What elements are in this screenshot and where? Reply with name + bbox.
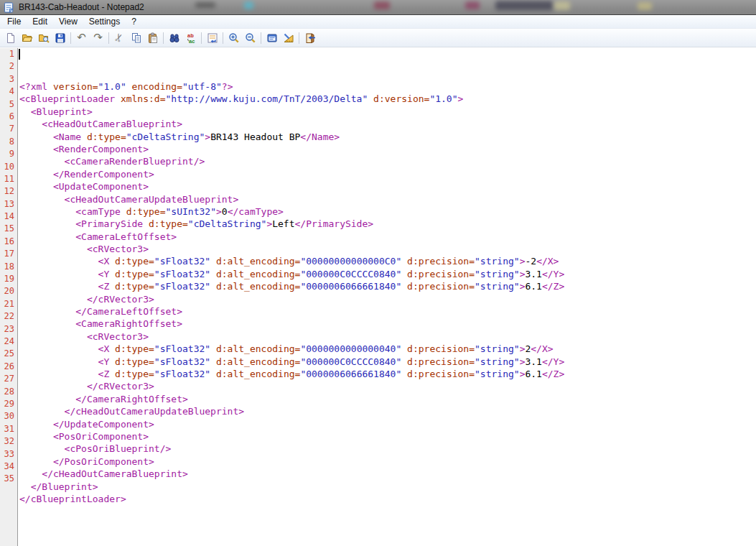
new-file-button[interactable]	[2, 30, 19, 46]
code-line-23[interactable]: <Y d:type="sFloat32" d:alt_encoding="000…	[19, 356, 756, 368]
undo-button[interactable]: ↶	[73, 30, 90, 46]
line-number[interactable]: 29	[0, 398, 14, 410]
line-number[interactable]: 5	[0, 98, 14, 111]
menubar: File Edit View Settings ?	[0, 15, 756, 29]
line-number[interactable]: 1	[0, 48, 14, 60]
code-line-7[interactable]: <cCameraRenderBlueprint/>	[19, 155, 756, 167]
code-line-3[interactable]: <Blueprint>	[19, 106, 756, 118]
line-number[interactable]: 11	[0, 173, 14, 185]
code-line-28[interactable]: </UpdateComponent>	[19, 418, 756, 430]
code-line-31[interactable]: </PosOriComponent>	[19, 455, 756, 468]
code-line-19[interactable]: </CameraLeftOffset>	[19, 305, 756, 318]
code-line-34[interactable]: </cBlueprintLoader>	[19, 493, 756, 505]
menu-help[interactable]: ?	[126, 16, 142, 27]
line-number[interactable]: 30	[0, 410, 14, 422]
code-line-18[interactable]: </cRVector3>	[19, 293, 756, 305]
line-number[interactable]: 33	[0, 448, 14, 461]
line-number[interactable]: 22	[0, 310, 14, 323]
code-line-25[interactable]: </cRVector3>	[19, 380, 756, 392]
code-line-21[interactable]: <cRVector3>	[19, 330, 756, 343]
code-line-11[interactable]: <camType d:type="sUInt32">0</camType>	[19, 205, 756, 218]
zoom-in-button[interactable]	[225, 30, 242, 46]
text-area[interactable]: <?xml version="1.0" encoding="utf-8"?><c…	[18, 48, 756, 546]
line-number[interactable]: 21	[0, 298, 14, 310]
code-line-22[interactable]: <X d:type="sFloat32" d:alt_encoding="000…	[19, 343, 756, 355]
code-line-30[interactable]: <cPosOriBlueprint/>	[19, 443, 756, 455]
toolbar-separator	[223, 32, 223, 44]
line-number[interactable]: 32	[0, 435, 14, 448]
code-line-32[interactable]: </cHeadOutCameraBlueprint>	[19, 468, 756, 480]
line-number[interactable]: 24	[0, 336, 14, 348]
line-number[interactable]: 34	[0, 461, 14, 473]
line-number[interactable]: 14	[0, 210, 14, 223]
cut-button[interactable]: ✂	[111, 30, 128, 46]
replace-button[interactable]: ab ac	[182, 30, 199, 46]
line-number[interactable]: 23	[0, 323, 14, 336]
word-wrap-button[interactable]	[204, 30, 220, 46]
line-number[interactable]: 16	[0, 236, 14, 248]
code-line-14[interactable]: <cRVector3>	[19, 243, 756, 255]
menu-file[interactable]: File	[1, 16, 27, 27]
code-line-29[interactable]: <PosOriComponent>	[19, 430, 756, 443]
line-number[interactable]: 12	[0, 185, 14, 198]
line-number[interactable]: 4	[0, 85, 14, 98]
code-line-26[interactable]: </CameraRightOffset>	[19, 393, 756, 405]
code-line-9[interactable]: <UpdateComponent>	[19, 180, 756, 193]
save-file-button[interactable]	[52, 30, 68, 46]
code-line-10[interactable]: <cHeadOutCameraUpdateBlueprint>	[19, 193, 756, 205]
redo-button[interactable]: ↷	[90, 30, 106, 46]
line-number[interactable]: 9	[0, 148, 14, 160]
line-number[interactable]: 10	[0, 161, 14, 173]
line-number[interactable]: 25	[0, 348, 14, 360]
select-scheme-button[interactable]	[263, 30, 280, 46]
code-line-6[interactable]: <RenderComponent>	[19, 143, 756, 155]
customize-schemes-button[interactable]	[280, 30, 297, 46]
menu-settings[interactable]: Settings	[83, 16, 126, 27]
code-line-8[interactable]: </RenderComponent>	[19, 168, 756, 180]
line-number[interactable]: 27	[0, 373, 14, 385]
menu-view[interactable]: View	[53, 16, 83, 27]
line-number[interactable]: 8	[0, 136, 14, 148]
line-number[interactable]: 19	[0, 273, 14, 285]
line-number[interactable]: 17	[0, 248, 14, 260]
line-number[interactable]: 3	[0, 73, 14, 85]
code-line-13[interactable]: <CameraLeftOffset>	[19, 231, 756, 243]
copy-button[interactable]	[128, 30, 144, 46]
open-file-button[interactable]	[19, 30, 35, 46]
code-line-2[interactable]: <cBlueprintLoader xmlns:d="http://www.ku…	[19, 93, 756, 105]
code-line-33[interactable]: </Blueprint>	[19, 481, 756, 493]
titlebar-artifact	[465, 1, 480, 9]
line-number-gutter[interactable]: 1234567891011121314151617181920212223242…	[0, 48, 18, 546]
code-line-4[interactable]: <cHeadOutCameraBlueprint>	[19, 118, 756, 130]
zoom-out-button[interactable]	[242, 30, 258, 46]
code-line-1[interactable]: <?xml version="1.0" encoding="utf-8"?>	[19, 80, 756, 93]
code-line-20[interactable]: <CameraRightOffset>	[19, 318, 756, 330]
line-number[interactable]: 18	[0, 261, 14, 273]
code-line-16[interactable]: <Y d:type="sFloat32" d:alt_encoding="000…	[19, 268, 756, 280]
line-number[interactable]: 31	[0, 423, 14, 435]
code-line-27[interactable]: </cHeadOutCameraUpdateBlueprint>	[19, 405, 756, 417]
find-button[interactable]	[166, 30, 182, 46]
line-number[interactable]: 35	[0, 473, 14, 485]
line-number[interactable]: 2	[0, 60, 14, 73]
line-number[interactable]: 26	[0, 361, 14, 373]
code-line-15[interactable]: <X d:type="sFloat32" d:alt_encoding="000…	[19, 255, 756, 267]
exit-button[interactable]	[302, 30, 318, 46]
line-number[interactable]: 28	[0, 386, 14, 398]
code-line-12[interactable]: <PrimarySide d:type="cDeltaString">Left<…	[19, 218, 756, 230]
ruler-pencil-icon	[283, 32, 294, 44]
menu-edit[interactable]: Edit	[27, 16, 53, 27]
zoom-in-icon	[228, 32, 240, 44]
line-number[interactable]: 6	[0, 111, 14, 123]
line-number[interactable]: 20	[0, 285, 14, 297]
browse-file-button[interactable]	[35, 30, 52, 46]
code-line-5[interactable]: <Name d:type="cDeltaString">BR143 Headou…	[19, 131, 756, 143]
paste-button[interactable]	[144, 30, 161, 46]
line-number[interactable]: 15	[0, 223, 14, 235]
titlebar-artifact	[495, 1, 553, 10]
line-number[interactable]: 7	[0, 123, 14, 135]
code-line-35[interactable]	[19, 505, 756, 517]
code-line-17[interactable]: <Z d:type="sFloat32" d:alt_encoding="000…	[19, 280, 756, 292]
code-line-24[interactable]: <Z d:type="sFloat32" d:alt_encoding="000…	[19, 368, 756, 380]
line-number[interactable]: 13	[0, 198, 14, 210]
